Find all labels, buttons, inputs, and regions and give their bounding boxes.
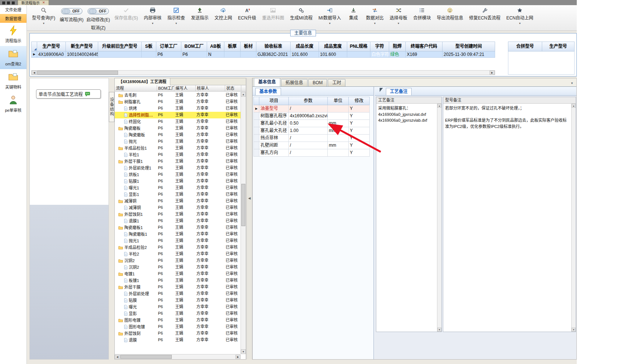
flow-row[interactable]: 图形电镀P6王娟方幸幸已审核 — [115, 317, 241, 324]
flow-row[interactable]: 半检2P6王娟方幸幸已审核 — [115, 251, 241, 257]
flow-row[interactable]: 半成品检验2P6王娟方幸幸已审核 — [115, 244, 241, 251]
column-header[interactable]: 生产型号 — [542, 42, 575, 51]
param-row[interactable]: 挡点菲林/Y — [253, 135, 370, 142]
scroll-right-arrow-icon[interactable]: ▶ — [490, 71, 495, 75]
vscroll-thumb[interactable] — [241, 184, 245, 226]
flow-hscrollbar[interactable]: ◀ ▶ — [115, 354, 241, 359]
scroll-down-arrow-icon[interactable]: ▼ — [572, 328, 576, 332]
remark-vscrollbar[interactable]: ▲ ▼ — [571, 104, 576, 332]
tab-scroller-icon[interactable]: ▼ — [571, 82, 576, 86]
column-header[interactable]: 字符 — [370, 42, 389, 51]
flow-row[interactable]: 贴膜1P6王娟方幸幸已审核 — [115, 178, 241, 185]
flow-row[interactable]: 烘板1P6王娟方幸幸已审核 — [115, 171, 241, 178]
integrate-button[interactable]: 集成 — [345, 6, 362, 26]
flow-row[interactable]: 沉铜2P6王娟方幸幸已审核 — [115, 264, 241, 271]
flow-row[interactable]: 外层前处理1P6王娟方幸幸已审核 — [115, 165, 241, 171]
dropdown-arrow-icon[interactable]: ▾ — [374, 21, 376, 26]
param-row[interactable]: 塞孔方向/Y — [253, 149, 370, 157]
scroll-left-arrow-icon[interactable]: ◀ — [32, 71, 37, 75]
tab-process-remarks[interactable]: 工艺备注 — [386, 88, 412, 95]
flow-row[interactable]: 电镀1P6王娟方幸幸已审核 — [115, 271, 241, 277]
row-selector[interactable] — [253, 113, 259, 120]
flow-row[interactable]: 烘烤P6王娟方幸幸已审核 — [115, 105, 241, 112]
flow-row[interactable]: 板镀1P6王娟方幸幸已审核 — [115, 277, 241, 284]
sidebar-item-file-processing[interactable]: 文件处理 — [0, 5, 26, 14]
flow-row[interactable]: 半检1P6王娟方幸幸已审核 — [115, 151, 241, 158]
ecn-upgrade-button[interactable]: AECN升级 — [237, 6, 257, 26]
column-header[interactable]: 验收标准 — [256, 42, 291, 51]
column-header[interactable]: 型号创建时间 — [443, 42, 495, 51]
generate-mi-flow-button[interactable]: 生成MI流程 — [288, 6, 314, 26]
save-info-button[interactable]: 保存信息(S) — [113, 6, 139, 26]
doc-upload-button[interactable]: 文控上网 — [213, 6, 234, 26]
param-row[interactable]: 孔壁间距/mmY — [253, 142, 370, 149]
param-row[interactable]: ▶油墨型号/Y — [253, 105, 370, 113]
start-modify-toggle[interactable]: OFF — [88, 8, 109, 14]
scroll-up-arrow-icon[interactable]: ▲ — [241, 92, 246, 97]
send-instruction-button[interactable]: 发送指示 — [189, 6, 210, 26]
sidebar-item-om-query2[interactable]: om查询2 — [0, 46, 26, 69]
flow-row[interactable]: 半成品检验1P6王娟方幸幸已审核 — [115, 145, 241, 151]
model-query-button[interactable]: 型号查询(F) ▾ — [31, 6, 57, 26]
scroll-down-arrow-icon[interactable]: ▼ — [241, 349, 246, 354]
flow-title-tab[interactable]: 【4X169006A0】工艺流程 — [115, 78, 170, 85]
internal-audit-button[interactable]: 内部审核▾ — [142, 6, 163, 26]
dropdown-arrow-icon[interactable]: ▾ — [175, 21, 177, 26]
collapse-arrow-icon[interactable]: ◀ — [248, 196, 251, 360]
flow-row[interactable]: 外层前处理P6王娟方幸幸已审核 — [115, 290, 241, 297]
param-value-cell[interactable]: 4x169006a0.zxszvia — [289, 113, 328, 120]
param-value-cell[interactable]: / — [289, 105, 328, 113]
flow-row[interactable]: 退膜1P6王娟方幸幸已审核 — [115, 218, 241, 224]
tab-basic-info[interactable]: 基本信息 — [254, 78, 280, 86]
flow-row[interactable]: 陶瓷磨板1P6王娟方幸幸已审核 — [115, 231, 241, 238]
column-header[interactable]: 新生产型号 — [66, 42, 98, 51]
flow-row[interactable]: 曝光P6王娟方幸幸已审核 — [115, 304, 241, 310]
mi-data-import-button[interactable]: MI数据导入▾ — [317, 6, 342, 26]
param-value-cell[interactable]: 0.50 — [289, 120, 328, 127]
flow-row[interactable]: 显影1P6王娟方幸幸已审核 — [115, 191, 241, 198]
sidebar-item-pe-audit[interactable]: pe单审核 — [0, 92, 26, 115]
merge-module-button[interactable]: 合拼模块 — [412, 6, 432, 26]
remark-vscrollbar[interactable]: ▲ ▼ — [437, 104, 441, 332]
sidebar-item-key-material[interactable]: 关键物料 — [0, 69, 26, 92]
param-column-header[interactable]: 修改 — [349, 97, 370, 105]
column-header[interactable]: 终端客户代码 — [406, 42, 443, 51]
column-header[interactable]: 阻焊 — [389, 42, 406, 51]
row-selector[interactable] — [253, 127, 259, 135]
column-header[interactable]: AB板 — [207, 42, 224, 51]
flow-row[interactable]: 终固化P6王娟方幸幸已审核 — [115, 118, 241, 125]
cancel-button[interactable]: 取消(Z) — [91, 24, 105, 31]
tab-bom[interactable]: BOM — [308, 79, 327, 86]
row-selector[interactable]: ▶ — [253, 105, 259, 113]
flow-column-header[interactable]: 流程 — [115, 85, 157, 91]
reselect-cut-image-button[interactable]: 重选开料图 — [260, 6, 285, 26]
hscroll-thumb[interactable] — [120, 355, 172, 359]
flow-row[interactable]: 抛光P6王娟方幸幸已审核 — [115, 138, 241, 145]
hscroll-thumb[interactable] — [37, 71, 118, 75]
column-header[interactable]: PNL规格 — [347, 42, 370, 51]
flow-row[interactable]: 去毛刺P6王娟方幸幸已审核 — [115, 92, 241, 99]
flow-row[interactable]: 外层蚀刻1P6王娟方幸幸已审核 — [115, 211, 241, 218]
data-compare-button[interactable]: 数据对比▾ — [365, 6, 385, 26]
close-icon[interactable]: ✕ — [42, 1, 45, 4]
flow-row[interactable]: 沉铜2P6王娟方幸幸已审核 — [115, 257, 241, 264]
flow-row[interactable]: 外层干膜1P6王娟方幸幸已审核 — [115, 158, 241, 165]
dropdown-arrow-icon[interactable]: ▾ — [398, 21, 399, 26]
write-flow-toggle[interactable]: OFF — [61, 8, 82, 14]
flow-column-header[interactable]: 核审人 — [196, 85, 225, 91]
row-selector[interactable] — [253, 135, 259, 142]
flow-column-header[interactable]: 状态 — [225, 85, 241, 91]
param-value-cell[interactable]: / — [289, 135, 328, 142]
write-flow-label[interactable]: 编写流程(R) — [60, 16, 83, 22]
flow-row[interactable]: 显影P6王娟方幸幸已审核 — [115, 310, 241, 317]
select-mother-board-button[interactable]: 选择母板▾ — [388, 6, 409, 26]
dropdown-arrow-icon[interactable]: ▾ — [152, 21, 153, 26]
flow-row[interactable]: 外层蚀刻P6王娟方幸幸已审核 — [115, 330, 241, 337]
param-row[interactable]: 塞孔最大孔径1.00mmY — [253, 127, 370, 135]
sidebar-item-flow-instruction[interactable]: 流程指示 — [0, 23, 26, 46]
dropdown-arrow-icon[interactable]: ▾ — [329, 21, 330, 26]
scroll-down-arrow-icon[interactable]: ▼ — [437, 328, 441, 332]
param-value-cell[interactable]: / — [289, 149, 328, 157]
tab-work-hours[interactable]: 工时 — [328, 79, 345, 86]
flow-row[interactable]: 抛光1P6王娟方幸幸已审核 — [115, 238, 241, 244]
